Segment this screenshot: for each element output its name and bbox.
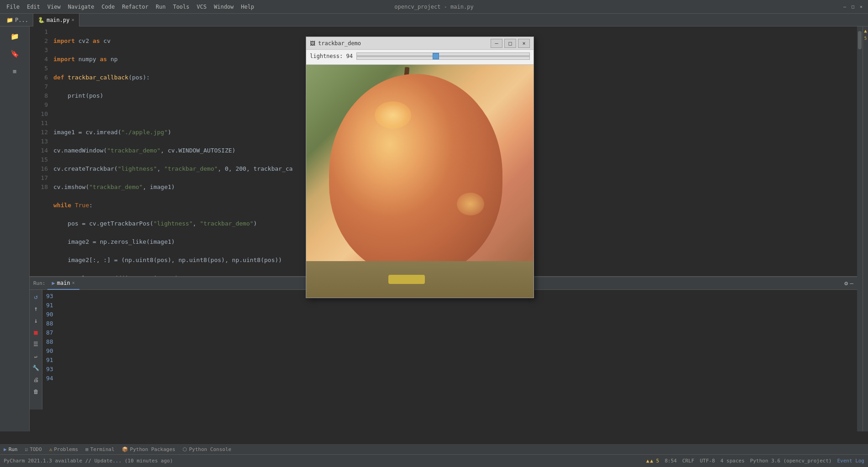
menu-navigate[interactable]: Navigate [65, 3, 97, 11]
sidebar-bookmark-icon[interactable]: 🔖 [5, 46, 24, 62]
run-label: Run: [33, 280, 46, 286]
trackbar-minimize-button[interactable]: — [491, 39, 502, 48]
encoding[interactable]: UTF-8 [700, 458, 715, 464]
file-tab-close[interactable]: × [71, 17, 74, 23]
trackbar-slider[interactable] [356, 52, 530, 60]
menu-window[interactable]: Window [211, 3, 236, 11]
apple-table-yellow [388, 275, 425, 284]
warning-badge[interactable]: ▲ ▲ 5 [646, 458, 659, 464]
settings-icon[interactable]: ⚙ [844, 280, 848, 287]
menu-file[interactable]: File [4, 3, 22, 11]
trackbar-window-controls[interactable]: — □ × [491, 39, 530, 48]
trackbar-track [357, 55, 529, 57]
python-packages-icon: 📦 [122, 446, 128, 452]
trackbar-window-title: 🖼 trackbar_demo [310, 40, 491, 47]
run-main-tab[interactable]: ▶ main × [47, 277, 79, 290]
run-filter-icon[interactable]: ☰ [31, 339, 41, 349]
maximize-button[interactable]: □ [850, 4, 856, 10]
apple-table [306, 261, 533, 298]
run-up-icon[interactable]: ↑ [31, 304, 41, 314]
python-version[interactable]: Python 3.6 (opencv_project) [750, 458, 832, 464]
run-panel-minimize[interactable]: — [850, 280, 853, 287]
trackbar-image-display [306, 65, 533, 298]
trackbar-thumb[interactable] [433, 53, 439, 59]
python-console-icon: ⬡ [183, 446, 187, 452]
run-output: 93 91 90 88 87 88 90 91 93 94 [42, 290, 857, 409]
trackbar-slider-row: lightness: 94 [310, 52, 530, 60]
cursor-position: 8:54 [664, 458, 677, 464]
problems-toolbar-label: Problems [54, 446, 78, 452]
run-tab-name: main [57, 280, 70, 286]
menu-view[interactable]: View [45, 3, 63, 11]
trackbar-close-button[interactable]: × [518, 39, 530, 48]
run-toolbar-icon: ▶ [4, 446, 7, 452]
problems-toolbar-item[interactable]: ⚠ Problems [49, 446, 78, 452]
run-toolbar-item[interactable]: ▶ Run [4, 446, 18, 452]
event-log[interactable]: Event Log [837, 458, 864, 464]
project-tab-label: P... [15, 17, 28, 23]
run-tab-right: ⚙ — [844, 280, 853, 287]
todo-toolbar-icon: ☑ [25, 446, 28, 452]
trackbar-maximize-button[interactable]: □ [504, 39, 516, 48]
trackbar-demo-window: 🖼 trackbar_demo — □ × lightness: 94 [306, 37, 534, 298]
close-button[interactable]: ✕ [858, 4, 864, 10]
terminal-toolbar-item[interactable]: ⊞ Terminal [85, 446, 115, 452]
run-trash-icon[interactable]: 🗑 [31, 387, 41, 397]
indent[interactable]: 4 spaces [721, 458, 745, 464]
trackbar-label: lightness: 94 [310, 53, 353, 59]
right-gutter: ▲ 5 [863, 26, 868, 431]
todo-toolbar-label: TODO [30, 446, 42, 452]
sidebar-structure-icon[interactable]: ≡ [5, 63, 24, 79]
run-down-icon[interactable]: ↓ [31, 315, 41, 325]
trackbar-window-icon: 🖼 [310, 40, 315, 47]
apple-highlight2 [457, 193, 484, 215]
run-tab-close[interactable]: × [72, 280, 75, 285]
menu-refactor[interactable]: Refactor [119, 3, 151, 11]
sidebar-project-icon[interactable]: 📁 [5, 28, 24, 45]
menu-code[interactable]: Code [99, 3, 118, 11]
apple-highlight [375, 101, 411, 129]
terminal-toolbar-label: Terminal [90, 446, 115, 452]
file-tab-label: main.py [47, 17, 70, 23]
status-message: PyCharm 2021.1.3 available // Update... … [4, 458, 173, 464]
terminal-toolbar-icon: ⊞ [85, 446, 89, 452]
menu-help[interactable]: Help [238, 3, 257, 11]
status-bar: PyCharm 2021.1.3 available // Update... … [0, 454, 868, 467]
problems-toolbar-icon: ⚠ [49, 446, 52, 452]
menu-run[interactable]: Run [153, 3, 168, 11]
file-tab[interactable]: 🐍 main.py × [33, 14, 79, 26]
minimize-button[interactable]: — [842, 4, 848, 10]
run-sidebar: ↺ ↑ ↓ ■ ☰ ↵ 🔧 🖨 🗑 [30, 290, 42, 409]
sidebar: 📁 🔖 ≡ [0, 26, 30, 431]
apple-body [329, 74, 502, 275]
project-tab-bar: 📁 P... 🐍 main.py × [0, 14, 868, 26]
run-stop-icon[interactable]: ■ [31, 327, 41, 337]
menu-tools[interactable]: Tools [170, 3, 192, 11]
run-toolbar-label: Run [9, 446, 18, 452]
todo-toolbar-item[interactable]: ☑ TODO [25, 446, 42, 452]
run-content: ↺ ↑ ↓ ■ ☰ ↵ 🔧 🖨 🗑 93 91 90 88 87 88 [30, 290, 857, 409]
python-packages-label: Python Packages [130, 446, 175, 452]
trackbar-controls: lightness: 94 [306, 50, 533, 65]
editor-scrollbar-thumb[interactable] [858, 31, 862, 49]
line-ending[interactable]: CRLF [682, 458, 695, 464]
trackbar-titlebar[interactable]: 🖼 trackbar_demo — □ × [306, 37, 533, 50]
editor-scrollbar[interactable] [857, 26, 863, 431]
bottom-toolbar: ▶ Run ☑ TODO ⚠ Problems ⊞ Terminal 📦 Pyt… [0, 444, 868, 454]
menu-edit[interactable]: Edit [24, 3, 43, 11]
trackbar-title-text: trackbar_demo [318, 40, 361, 47]
python-console-label: Python Console [189, 446, 231, 452]
run-wrap-icon[interactable]: ↵ [31, 351, 41, 361]
menu-vcs[interactable]: VCS [194, 3, 209, 11]
run-wrench-icon[interactable]: 🔧 [31, 363, 41, 373]
project-panel-tab[interactable]: 📁 P... [2, 14, 33, 26]
python-packages-toolbar-item[interactable]: 📦 Python Packages [122, 446, 175, 452]
run-print-icon[interactable]: 🖨 [31, 375, 41, 385]
title-bar: File Edit View Navigate Code Refactor Ru… [0, 0, 868, 14]
python-console-toolbar-item[interactable]: ⬡ Python Console [183, 446, 231, 452]
menu-bar[interactable]: File Edit View Navigate Code Refactor Ru… [4, 3, 257, 11]
window-title: opencv_project - main.py [394, 4, 473, 10]
window-controls[interactable]: — □ ✕ [842, 4, 864, 10]
run-rerun-icon[interactable]: ↺ [31, 292, 41, 302]
